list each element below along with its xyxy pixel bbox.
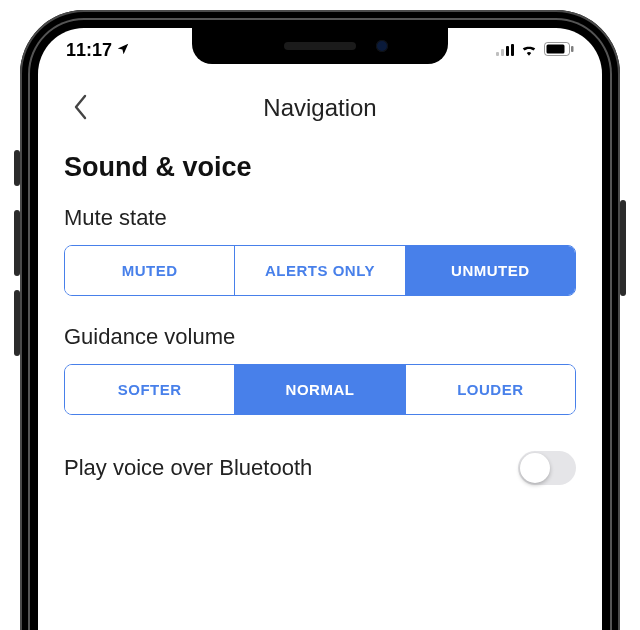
- svg-rect-2: [571, 46, 574, 52]
- cellular-signal-icon: [496, 44, 514, 56]
- segment-softer[interactable]: SOFTER: [65, 365, 234, 414]
- section-heading: Sound & voice: [64, 152, 576, 183]
- status-time: 11:17: [66, 40, 112, 61]
- location-icon: [116, 40, 130, 61]
- segment-louder[interactable]: LOUDER: [405, 365, 575, 414]
- front-camera: [376, 40, 388, 52]
- segment-unmuted[interactable]: UNMUTED: [405, 246, 575, 295]
- segment-alerts-only[interactable]: ALERTS ONLY: [234, 246, 404, 295]
- bluetooth-row: Play voice over Bluetooth: [64, 443, 576, 493]
- svg-rect-1: [547, 44, 565, 53]
- wifi-icon: [520, 40, 538, 61]
- segment-muted[interactable]: MUTED: [65, 246, 234, 295]
- mute-state-segmented: MUTED ALERTS ONLY UNMUTED: [64, 245, 576, 296]
- speaker-grille: [284, 42, 356, 50]
- screen: 11:17: [38, 28, 602, 630]
- back-button[interactable]: [64, 90, 98, 124]
- navbar: Navigation: [64, 72, 576, 152]
- bluetooth-toggle[interactable]: [518, 451, 576, 485]
- phone-frame-inner: 11:17: [28, 18, 612, 630]
- segment-normal[interactable]: NORMAL: [234, 365, 404, 414]
- guidance-volume-segmented: SOFTER NORMAL LOUDER: [64, 364, 576, 415]
- notch: [192, 28, 448, 64]
- power-button[interactable]: [620, 200, 626, 296]
- bluetooth-label: Play voice over Bluetooth: [64, 455, 312, 481]
- mute-state-label: Mute state: [64, 205, 576, 231]
- battery-icon: [544, 40, 574, 61]
- phone-frame: 11:17: [20, 10, 620, 630]
- chevron-left-icon: [73, 94, 89, 120]
- toggle-knob: [520, 453, 550, 483]
- guidance-volume-label: Guidance volume: [64, 324, 576, 350]
- page-title: Navigation: [64, 94, 576, 122]
